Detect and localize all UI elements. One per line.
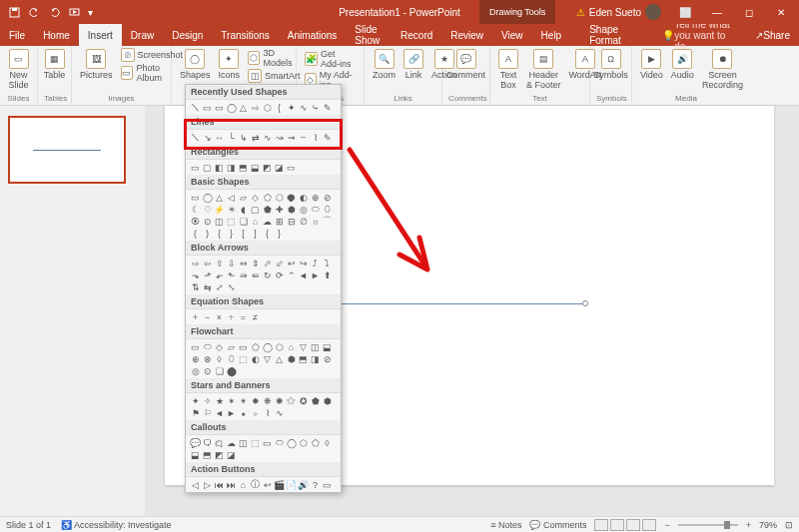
shape-c2[interactable]: 🗨: [202, 437, 213, 448]
shape-f2[interactable]: ⬭: [202, 341, 213, 352]
undo-icon[interactable]: [28, 6, 40, 18]
shape-b33[interactable]: ⊟: [286, 216, 297, 227]
shape-elbow[interactable]: └: [226, 132, 237, 143]
shape-b35[interactable]: ☼: [310, 216, 321, 227]
shape-ba3[interactable]: ⇧: [214, 258, 225, 268]
shape-s12[interactable]: ⬢: [322, 395, 333, 406]
shape-c5[interactable]: ◫: [238, 437, 249, 448]
shape-ba19[interactable]: ↻: [262, 269, 273, 280]
shape-ba20[interactable]: ⟳: [274, 269, 285, 280]
shape-b28[interactable]: ⬚: [226, 216, 237, 227]
shape-s5[interactable]: ✴: [238, 395, 249, 406]
shape-s2[interactable]: ✧: [202, 395, 213, 406]
shape-a11[interactable]: ?: [310, 479, 321, 490]
tab-view[interactable]: View: [492, 24, 532, 46]
shape-conn[interactable]: ⤷: [310, 102, 321, 113]
shape-s16[interactable]: ►: [226, 407, 237, 418]
shape-tri[interactable]: △: [238, 102, 249, 113]
slide-thumbnail-1[interactable]: [8, 116, 126, 184]
shape-ba9[interactable]: ↩: [286, 258, 297, 268]
shape-s1[interactable]: ✦: [190, 395, 201, 406]
shape-c1[interactable]: 💬: [190, 437, 201, 448]
shape-f16[interactable]: ⬯: [226, 353, 237, 364]
tell-me[interactable]: 💡 Tell me what you want to do: [653, 24, 746, 46]
shape-s20[interactable]: ∿: [274, 407, 285, 418]
shape-ba5[interactable]: ⇔: [238, 258, 249, 268]
save-icon[interactable]: [8, 6, 20, 18]
shape-b1[interactable]: ▭: [190, 192, 201, 203]
start-icon[interactable]: [68, 6, 80, 18]
shape-c11[interactable]: ⬠: [310, 437, 321, 448]
shape-a6[interactable]: ⓘ: [250, 479, 261, 490]
shape-b31[interactable]: ☁: [262, 216, 273, 227]
shape-freeform[interactable]: ⌇: [310, 132, 321, 143]
shape-ba25[interactable]: ⇅: [190, 281, 201, 292]
shape-c12[interactable]: ◊: [322, 437, 333, 448]
screen-recording-button[interactable]: ⏺Screen Recording: [700, 48, 745, 91]
shape-ba4[interactable]: ⇩: [226, 258, 237, 268]
shape-r2[interactable]: ▢: [202, 162, 213, 173]
fit-button[interactable]: ⊡: [785, 520, 793, 530]
shape-b11[interactable]: ⊕: [310, 192, 321, 203]
shape-f20[interactable]: △: [274, 353, 285, 364]
shape-line1[interactable]: ＼: [190, 132, 201, 143]
shape-b5[interactable]: ▱: [238, 192, 249, 203]
shape-f4[interactable]: ▱: [226, 341, 237, 352]
shape-b44[interactable]: }: [274, 228, 285, 239]
shape-s7[interactable]: ❋: [262, 395, 273, 406]
shape-f3[interactable]: ◇: [214, 341, 225, 352]
audio-button[interactable]: 🔊Audio: [669, 48, 696, 81]
shape-scribble[interactable]: ✎: [322, 132, 333, 143]
shape-f15[interactable]: ◊: [214, 353, 225, 364]
shape-f17[interactable]: ⬚: [238, 353, 249, 364]
shape-oval[interactable]: ◯: [226, 102, 237, 113]
shape-b6[interactable]: ◇: [250, 192, 261, 203]
shape-hex[interactable]: ⬡: [262, 102, 273, 113]
shape-b13[interactable]: ☾: [190, 204, 201, 215]
shape-arrow[interactable]: ⇨: [250, 102, 261, 113]
shape-b9[interactable]: ⯃: [286, 192, 297, 203]
icons-button[interactable]: ✦Icons: [217, 48, 243, 81]
shape-eq1[interactable]: +: [190, 311, 201, 322]
slideshow-view-button[interactable]: [642, 519, 656, 531]
redo-icon[interactable]: [48, 6, 60, 18]
shape-b3[interactable]: △: [214, 192, 225, 203]
shape-rect2[interactable]: ▭: [214, 102, 225, 113]
shape-ba10[interactable]: ↪: [298, 258, 309, 268]
shape-a1[interactable]: ◁: [190, 479, 201, 490]
status-accessibility[interactable]: ♿ Accessibility: Investigate: [61, 520, 172, 530]
shape-a4[interactable]: ⏭: [226, 479, 237, 490]
shape-free[interactable]: ✎: [322, 102, 333, 113]
shape-s4[interactable]: ✶: [226, 395, 237, 406]
shape-f23[interactable]: ◨: [310, 353, 321, 364]
pictures-button[interactable]: 🖼Pictures: [78, 48, 115, 81]
shape-r5[interactable]: ⬒: [238, 162, 249, 173]
shape-f24[interactable]: ⊘: [322, 353, 333, 364]
shape-r3[interactable]: ◧: [214, 162, 225, 173]
shape-c13[interactable]: ⬓: [190, 449, 201, 460]
shape-ba14[interactable]: ⬏: [202, 269, 213, 280]
smartart-button[interactable]: ◫SmartArt: [246, 69, 303, 83]
tab-animations[interactable]: Animations: [279, 24, 346, 46]
shape-ba8[interactable]: ⬃: [274, 258, 285, 268]
shape-r9[interactable]: ▭: [286, 162, 297, 173]
shape-b26[interactable]: ⊙: [202, 216, 213, 227]
link-button[interactable]: 🔗Link: [401, 48, 425, 81]
line-shape[interactable]: [330, 303, 584, 304]
shape-b2[interactable]: ◯: [202, 192, 213, 203]
zoom-level[interactable]: 79%: [759, 520, 777, 530]
shape-b15[interactable]: ⚡: [214, 204, 225, 215]
user-badge[interactable]: ⚠Eden Sueto: [570, 4, 667, 20]
shape-b27[interactable]: ◫: [214, 216, 225, 227]
shape-f12[interactable]: ⬓: [322, 341, 333, 352]
tab-slideshow[interactable]: Slide Show: [346, 24, 392, 46]
shape-elbow-arrow[interactable]: ↳: [238, 132, 249, 143]
shape-b25[interactable]: ⦿: [190, 216, 201, 227]
qat-dropdown-icon[interactable]: ▾: [88, 7, 93, 18]
shape-r4[interactable]: ◨: [226, 162, 237, 173]
shape-f14[interactable]: ⊗: [202, 353, 213, 364]
shape-c10[interactable]: ⬡: [298, 437, 309, 448]
shape-a3[interactable]: ⏮: [214, 479, 225, 490]
shape-s13[interactable]: ⚑: [190, 407, 201, 418]
normal-view-button[interactable]: [594, 519, 608, 531]
